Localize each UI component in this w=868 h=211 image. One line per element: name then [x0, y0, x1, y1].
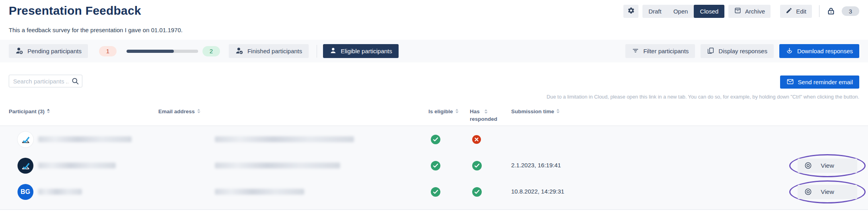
- eye-icon: [804, 161, 812, 171]
- responded-check-icon: [472, 161, 482, 172]
- not-responded-cross-icon: [472, 135, 481, 146]
- download-responses-button[interactable]: Download responses: [779, 44, 859, 58]
- participant-email-redacted: [215, 136, 354, 142]
- status-option-draft[interactable]: Draft: [642, 5, 668, 18]
- pending-count-badge: 1: [99, 46, 117, 56]
- sort-icon: [556, 108, 560, 114]
- participant-email-redacted: [215, 189, 304, 195]
- eligible-participants-button[interactable]: Eligible participants: [323, 44, 399, 58]
- sort-icon: [455, 108, 459, 114]
- participant-name-redacted: [38, 136, 132, 142]
- person-check-icon: [235, 46, 243, 56]
- survey-admin-page: Presentation Feedback This a feedback su…: [0, 0, 868, 211]
- filter-participants-button[interactable]: Filter participants: [625, 44, 695, 58]
- view-label: View: [821, 188, 834, 195]
- table-row: 2.1.2023, 16:19:41 View: [0, 153, 868, 179]
- avatar-logo-light: [18, 132, 33, 147]
- page-title: Presentation Feedback: [9, 4, 141, 17]
- sort-icon: [484, 109, 488, 114]
- archive-icon: [734, 7, 741, 15]
- avatar-initials-text: BG: [21, 188, 31, 196]
- status-option-closed[interactable]: Closed: [694, 5, 724, 18]
- restricted-count-badge[interactable]: 3: [842, 6, 859, 16]
- finished-participants-label: Finished participants: [247, 48, 302, 54]
- status-segmented-control: Draft Open Closed: [642, 5, 724, 18]
- person-x-icon: [15, 46, 23, 56]
- eligible-participants-label: Eligible participants: [341, 48, 392, 54]
- progress-fill: [127, 50, 174, 53]
- person-icon: [329, 47, 337, 56]
- mail-icon: [786, 78, 794, 87]
- view-response-button[interactable]: View: [798, 159, 857, 173]
- submission-time: 2.1.2023, 16:19:41: [511, 162, 561, 168]
- pending-participants-button[interactable]: Pending participants: [9, 44, 88, 58]
- download-responses-label: Download responses: [797, 48, 853, 54]
- participant-name-redacted: [38, 189, 82, 195]
- gear-icon: [627, 7, 635, 15]
- filter-icon: [632, 47, 639, 56]
- view-label: View: [821, 162, 834, 169]
- column-header-participant[interactable]: Participant (3): [9, 108, 50, 116]
- divider: [819, 5, 819, 17]
- send-reminder-email-label: Send reminder email: [798, 79, 853, 85]
- avatar-logo-dark: [18, 158, 33, 174]
- responded-check-icon: [472, 187, 482, 199]
- download-icon: [786, 47, 793, 56]
- column-header-is-eligible[interactable]: Is eligible: [428, 108, 459, 116]
- participants-progress-bar: [127, 50, 198, 53]
- eligible-check-icon: [430, 161, 441, 172]
- finished-count-badge: 2: [202, 46, 220, 56]
- submission-time: 10.8.2022, 14:29:31: [511, 188, 564, 195]
- send-reminder-email-button[interactable]: Send reminder email: [780, 75, 859, 89]
- participant-email-redacted: [215, 163, 340, 168]
- column-header-has-responded[interactable]: Has responded: [470, 108, 498, 123]
- copy-icon: [707, 47, 714, 56]
- header-controls: Draft Open Closed Archive Edit 3: [623, 4, 859, 18]
- page-subtitle: This a feedback survey for the presentat…: [9, 27, 183, 33]
- pencil-icon: [786, 7, 792, 15]
- sort-icon: [47, 108, 50, 114]
- edit-button[interactable]: Edit: [780, 5, 812, 18]
- search-participants-field: [9, 75, 82, 87]
- display-responses-button[interactable]: Display responses: [701, 44, 774, 58]
- eligible-check-icon: [430, 134, 441, 146]
- column-header-submission-time[interactable]: Submission time: [511, 108, 560, 116]
- display-responses-label: Display responses: [718, 48, 767, 54]
- filter-participants-label: Filter participants: [643, 48, 689, 54]
- eye-icon: [804, 188, 812, 197]
- avatar-initials: BG: [18, 184, 33, 200]
- divider: [317, 45, 317, 58]
- participants-toolbar-right: Filter participants Display responses Do…: [625, 44, 859, 58]
- sort-icon: [197, 108, 200, 114]
- column-header-email[interactable]: Email address: [158, 108, 200, 116]
- archive-button[interactable]: Archive: [728, 5, 771, 18]
- edit-label: Edit: [796, 8, 806, 15]
- finished-participants-button[interactable]: Finished participants: [229, 44, 309, 58]
- participant-name-redacted: [38, 163, 116, 168]
- archive-label: Archive: [745, 8, 765, 15]
- pending-participants-label: Pending participants: [27, 48, 82, 54]
- eligible-check-icon: [430, 187, 441, 199]
- table-row: [0, 126, 868, 153]
- table-row: BG 10.8.2022, 14:29:31 View: [0, 179, 868, 205]
- view-response-button[interactable]: View: [798, 185, 857, 199]
- settings-button[interactable]: [623, 5, 638, 18]
- participants-toolbar-left: Pending participants 1 2 Finished partic…: [9, 44, 399, 58]
- cloud-limitation-note: Due to a limitation in Cloud, please ope…: [547, 94, 859, 100]
- lock-icon: [827, 7, 835, 15]
- status-option-open[interactable]: Open: [668, 5, 694, 18]
- table-bottom-divider: [0, 209, 868, 210]
